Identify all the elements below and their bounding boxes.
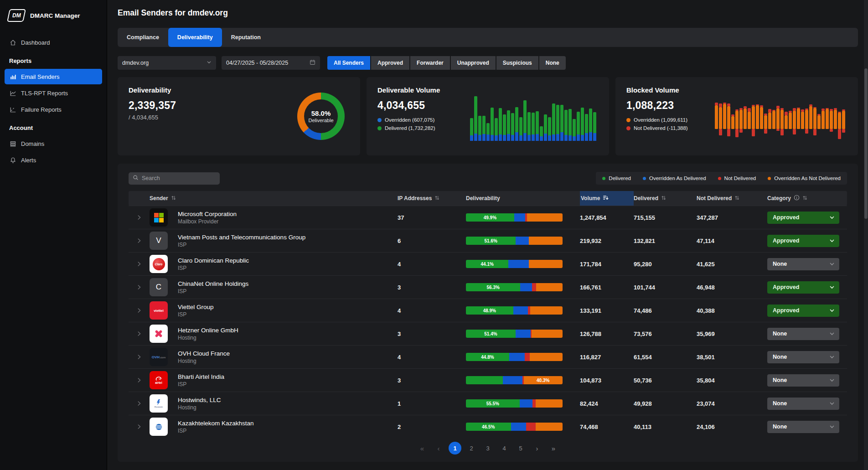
expand-row-button[interactable] bbox=[129, 377, 150, 383]
chevron-down-icon bbox=[207, 60, 212, 66]
domain-select[interactable]: dmdev.org bbox=[118, 56, 216, 70]
category-cell: None bbox=[767, 351, 847, 363]
legend-label: Overridden As Not Delivered bbox=[774, 176, 841, 181]
filter-button-approved[interactable]: Approved bbox=[371, 56, 409, 70]
table-row-viettel-group[interactable]: viettelViettel GroupISP448.9%133,19174,4… bbox=[129, 299, 847, 322]
table-row-microsoft-corporation[interactable]: Microsoft CorporationMailbox Provider374… bbox=[129, 206, 847, 229]
category-select[interactable]: None bbox=[767, 258, 839, 270]
column-header-category[interactable]: Category bbox=[767, 191, 847, 206]
search-box[interactable] bbox=[129, 172, 220, 185]
expand-row-button[interactable] bbox=[129, 284, 150, 290]
sidebar-item-alerts[interactable]: Alerts bbox=[5, 152, 102, 168]
column-header-sender[interactable]: Sender bbox=[150, 191, 398, 206]
category-select[interactable]: Approved bbox=[767, 212, 839, 224]
filter-button-suspicious[interactable]: Suspicious bbox=[496, 56, 538, 70]
sender-name: ChinaNet Online Holdings bbox=[178, 280, 398, 287]
date-range-picker[interactable]: 04/27/2025 - 05/28/2025 bbox=[222, 56, 320, 70]
bar-segment-green: 51.4% bbox=[466, 330, 516, 338]
sort-icon bbox=[802, 195, 807, 202]
window-scrollbar[interactable] bbox=[864, 0, 868, 470]
expand-row-button[interactable] bbox=[129, 214, 150, 221]
next-page-button[interactable]: › bbox=[531, 442, 543, 455]
category-select[interactable]: None bbox=[767, 421, 839, 433]
category-select[interactable]: None bbox=[767, 374, 839, 387]
legend-dot-icon bbox=[643, 177, 646, 180]
sender-type: Hosting bbox=[178, 404, 398, 411]
table-row-hetzner-online-gmbh[interactable]: Hetzner Online GmbHHosting351.4%126,7887… bbox=[129, 322, 847, 345]
expand-row-button[interactable] bbox=[129, 331, 150, 337]
column-header-delivered[interactable]: Delivered bbox=[634, 191, 697, 206]
page-title: Email Senders for dmdev.org bbox=[118, 8, 858, 18]
column-header-not-delivered[interactable]: Not Delivered bbox=[697, 191, 767, 206]
tab-deliverability[interactable]: Deliverability bbox=[168, 28, 222, 47]
last-page-button[interactable]: » bbox=[547, 442, 560, 455]
column-header-deliverability: Deliverability bbox=[466, 191, 580, 206]
sender-name: Hostwinds, LLC bbox=[178, 397, 398, 403]
sidebar-item-domains[interactable]: Domains bbox=[5, 136, 102, 151]
category-select[interactable]: None bbox=[767, 328, 839, 340]
baseline-bar bbox=[723, 93, 726, 140]
sidebar-item-email-senders[interactable]: Email Senders bbox=[5, 69, 102, 84]
expand-row-button[interactable] bbox=[129, 354, 150, 360]
category-select[interactable]: Approved bbox=[767, 305, 839, 317]
pagination: «‹12345›» bbox=[129, 442, 847, 457]
table-legend-overridden-as-not-delivered[interactable]: Overridden As Not Delivered bbox=[768, 176, 841, 181]
chevron-down-icon bbox=[829, 424, 835, 429]
expand-row-button[interactable] bbox=[129, 307, 150, 314]
search-input[interactable] bbox=[142, 175, 216, 181]
expand-row-button[interactable] bbox=[129, 424, 150, 430]
sender-cell: Claro Dominican RepublicISP bbox=[178, 257, 398, 271]
deliverability-percent-label: 46.5% bbox=[482, 424, 495, 429]
tab-reputation[interactable]: Reputation bbox=[222, 28, 270, 47]
sidebar-item-tls-rpt-reports[interactable]: TLS-RPT Reports bbox=[5, 85, 102, 101]
filter-button-all-senders[interactable]: All Senders bbox=[327, 56, 370, 70]
page-button-3[interactable]: 3 bbox=[481, 442, 494, 455]
sidebar-item-dashboard[interactable]: Dashboard bbox=[5, 35, 102, 50]
column-header-volume[interactable]: Volume bbox=[580, 191, 634, 206]
filter-button-forwarder[interactable]: Forwarder bbox=[410, 56, 450, 70]
page-button-2[interactable]: 2 bbox=[465, 442, 478, 455]
expand-row-button[interactable] bbox=[129, 400, 150, 407]
expand-row-button[interactable] bbox=[129, 261, 150, 267]
category-select[interactable]: None bbox=[767, 351, 839, 363]
table-row-ovh-cloud-france[interactable]: OVH.comOVH Cloud FranceHosting444.8%116,… bbox=[129, 345, 847, 368]
scrollbar-thumb[interactable] bbox=[864, 68, 868, 219]
first-page-button[interactable]: « bbox=[416, 442, 429, 455]
home-icon bbox=[10, 39, 16, 46]
category-select[interactable]: None bbox=[767, 398, 839, 410]
table-row-chinanet-online-holdings[interactable]: CChinaNet Online HoldingsISP356.3%166,76… bbox=[129, 275, 847, 299]
viettel-logo: viettel bbox=[150, 301, 168, 320]
table-row-kazakhtelekom-kazakhstan[interactable]: Kazakhtelekom KazakhstanISP246.5%74,4684… bbox=[129, 415, 847, 438]
column-header-ip-addresses[interactable]: IP Addresses bbox=[398, 191, 466, 206]
table-row-claro-dominican-republic[interactable]: ClaroClaro Dominican RepublicISP444.1%17… bbox=[129, 252, 847, 275]
bar-segment-green: 49.9% bbox=[466, 213, 514, 222]
tab-compliance[interactable]: Compliance bbox=[118, 28, 168, 47]
deliverability-cell: 48.9% bbox=[466, 306, 580, 315]
page-button-1[interactable]: 1 bbox=[449, 442, 461, 455]
stacked-bar bbox=[523, 100, 527, 141]
category-select[interactable]: Approved bbox=[767, 235, 839, 247]
filter-button-none[interactable]: None bbox=[539, 56, 566, 70]
stacked-bar bbox=[482, 116, 486, 141]
stacked-bar bbox=[544, 114, 547, 141]
deliverability-percent-label: 44.1% bbox=[481, 262, 494, 267]
deliverability-percent-label: 44.8% bbox=[481, 355, 494, 360]
table-row-vietnam-posts-and-telecommunications-group[interactable]: VVietnam Posts and Telecommunications Gr… bbox=[129, 229, 847, 252]
expand-row-button[interactable] bbox=[129, 238, 150, 244]
legend-item-not-delivered: Not Delivered (-11,388) bbox=[626, 125, 688, 131]
info-icon[interactable] bbox=[794, 195, 800, 202]
table-row-hostwinds-llc[interactable]: HostwindsHostwinds, LLCHosting155.5%82,4… bbox=[129, 392, 847, 415]
table-legend-not-delivered[interactable]: Not Delivered bbox=[718, 176, 756, 181]
page-button-4[interactable]: 4 bbox=[498, 442, 511, 455]
deliverability-cell: 55.5% bbox=[466, 399, 580, 408]
table-row-bharti-airtel-india[interactable]: airtelBharti Airtel IndiaISP340.3%104,87… bbox=[129, 368, 847, 392]
table-legend-delivered[interactable]: Delivered bbox=[602, 176, 631, 181]
page-button-5[interactable]: 5 bbox=[514, 442, 527, 455]
filter-button-unapproved[interactable]: Unapproved bbox=[451, 56, 496, 70]
sort-desc-icon bbox=[603, 195, 609, 202]
table-legend-overridden-as-delivered[interactable]: Overridden As Delivered bbox=[643, 176, 706, 181]
category-select[interactable]: Approved bbox=[767, 281, 839, 294]
sender-cell: Hetzner Online GmbHHosting bbox=[178, 327, 398, 341]
previous-page-button[interactable]: ‹ bbox=[432, 442, 445, 455]
sidebar-item-failure-reports[interactable]: Failure Reports bbox=[5, 102, 102, 117]
